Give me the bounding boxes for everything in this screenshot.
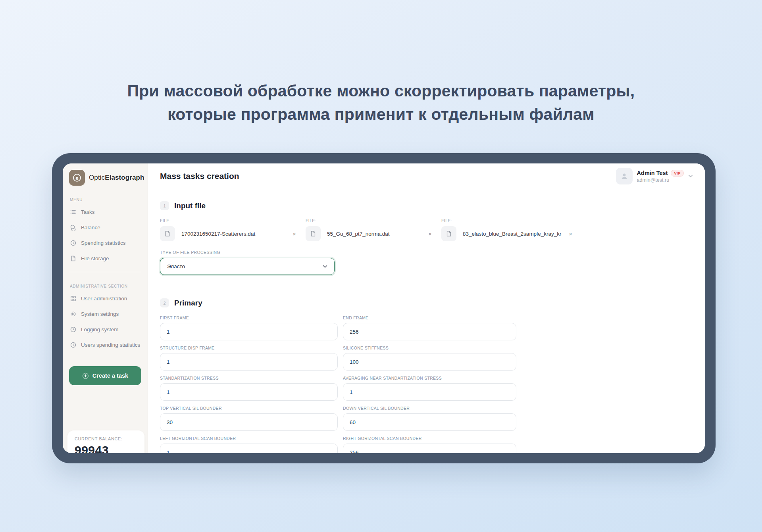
field-label: STANDARTIZATION STRESS: [160, 376, 338, 380]
primary-fields-grid: FIRST FRAME END FRAME STRUCTURE DISP FRA…: [160, 315, 660, 453]
field-label: SILICONE STIFFNESS: [343, 346, 516, 350]
user-name: Admin Test: [637, 170, 668, 176]
processing-type-select[interactable]: Эласто: [160, 258, 335, 275]
field-label: TOP VERTICAL SIL BOUNDER: [160, 406, 338, 411]
left-gorizontal-scan-bounder-input[interactable]: [160, 444, 338, 453]
clock-icon: [70, 326, 77, 333]
primary-section-header: 2 Primary: [160, 298, 660, 307]
main-area: Mass tasks creation Admin Test VIP: [148, 163, 705, 453]
field-structure-disp-frame: STRUCTURE DISP FRAME: [160, 346, 338, 371]
sidebar-item-label: Users spending statistics: [81, 342, 140, 348]
history-icon: [70, 342, 77, 348]
field-first-frame: FIRST FRAME: [160, 315, 338, 340]
structure-disp-frame-input[interactable]: [160, 353, 338, 371]
field-top-vertical-sil-bounder: TOP VERTICAL SIL BOUNDER: [160, 406, 338, 431]
silicone-stiffness-input[interactable]: [343, 353, 516, 371]
users-grid-icon: [70, 295, 77, 302]
field-left-gorizontal-scan-bounder: LEFT GORIZONTAL SCAN BOUNDER: [160, 436, 338, 453]
page-canvas: При массовой обработке можно скорректиро…: [0, 0, 762, 532]
current-balance-card: CURRENT BALANCE: 99943: [67, 430, 144, 453]
app-window: e OpticElastograph MENU Tasks: [63, 163, 705, 453]
plus-circle-icon: [82, 373, 89, 379]
file-column: FILE: 55_Gu_68_pt7_norma.dat ×: [306, 218, 433, 241]
current-balance-value: 99943: [75, 444, 137, 453]
remove-file-button[interactable]: ×: [292, 230, 297, 237]
sidebar-item-label: Tasks: [81, 209, 95, 215]
field-end-frame: END FRAME: [343, 315, 516, 340]
main-header: Mass tasks creation Admin Test VIP: [148, 163, 705, 189]
document-icon: [160, 226, 175, 241]
sidebar-item-label: Balance: [81, 225, 100, 230]
section-number-badge: 2: [160, 298, 169, 307]
file-chip: 55_Gu_68_pt7_norma.dat ×: [306, 226, 433, 241]
field-label: AVERAGING NEAR STANDARTIZATION STRESS: [343, 376, 516, 380]
file-chip: 1700231650217-Scatterers.dat ×: [160, 226, 297, 241]
sidebar-divider: [69, 272, 141, 272]
input-file-section-title: Input file: [174, 202, 206, 210]
sidebar-item-label: System settings: [81, 311, 119, 317]
processing-type-label: TYPE OF FILE PROCESSING: [160, 250, 660, 255]
sidebar-item-label: Spending statistics: [81, 240, 126, 246]
sidebar-item-spending-statistics[interactable]: Spending statistics: [68, 235, 142, 251]
right-gorizontal-scan-bounder-input[interactable]: [343, 444, 516, 453]
menu-section-label: MENU: [70, 198, 140, 202]
sidebar-item-logging-system[interactable]: Logging system: [68, 322, 142, 337]
file-column: FILE: 1700231650217-Scatterers.dat ×: [160, 218, 297, 241]
user-email: admin@test.ru: [637, 177, 684, 183]
brand-logo-icon: e: [69, 170, 85, 186]
balance-icon: [70, 224, 77, 231]
tasks-icon: [70, 209, 77, 215]
hero-line-2: которые программа применит к отдельным ф…: [0, 103, 762, 126]
field-right-gorizontal-scan-bounder: RIGHT GORIZONTAL SCAN BOUNDER: [343, 436, 516, 453]
hero-heading: При массовой обработке можно скорректиро…: [0, 79, 762, 126]
field-down-vertical-sil-bounder: DOWN VERTICAL SIL BOUNDER: [343, 406, 516, 431]
first-frame-input[interactable]: [160, 323, 338, 340]
primary-section-title: Primary: [174, 299, 202, 307]
sidebar-item-label: File storage: [81, 255, 109, 261]
sidebar-item-user-administration[interactable]: User administration: [68, 291, 142, 306]
field-label: FIRST FRAME: [160, 315, 338, 320]
sidebar: e OpticElastograph MENU Tasks: [63, 163, 148, 453]
section-number-badge: 1: [160, 201, 169, 210]
avatar: [616, 168, 633, 184]
processing-type-field: TYPE OF FILE PROCESSING Эласто: [160, 250, 660, 275]
file-name: 55_Gu_68_pt7_norma.dat: [327, 231, 421, 237]
page-title: Mass tasks creation: [160, 171, 239, 181]
current-balance-label: CURRENT BALANCE:: [75, 436, 137, 441]
document-icon: [306, 226, 321, 241]
file-icon: [70, 255, 77, 262]
field-label: DOWN VERTICAL SIL BOUNDER: [343, 406, 516, 411]
user-info: Admin Test VIP admin@test.ru: [637, 170, 684, 183]
sidebar-item-label: Logging system: [81, 326, 119, 332]
field-silicone-stiffness: SILICONE STIFFNESS: [343, 346, 516, 371]
sidebar-item-balance[interactable]: Balance: [68, 220, 142, 235]
averaging-near-standartization-stress-input[interactable]: [343, 383, 516, 401]
brand-logo: e OpticElastograph: [69, 170, 141, 186]
end-frame-input[interactable]: [343, 323, 516, 340]
file-label: FILE:: [306, 218, 433, 223]
file-column: FILE: 83_elasto_blue_Breast_2sample_kray…: [441, 218, 573, 241]
create-task-button[interactable]: Create a task: [69, 366, 141, 385]
brand-name: OpticElastograph: [89, 174, 144, 182]
sidebar-item-file-storage[interactable]: File storage: [68, 251, 142, 266]
top-vertical-sil-bounder-input[interactable]: [160, 413, 338, 431]
sidebar-item-users-spending-statistics[interactable]: Users spending statistics: [68, 337, 142, 353]
vip-badge: VIP: [671, 170, 684, 177]
file-chip: 83_elasto_blue_Breast_2sample_kray_kray_…: [441, 226, 573, 241]
field-averaging-near-standartization-stress: AVERAGING NEAR STANDARTIZATION STRESS: [343, 376, 516, 401]
field-label: RIGHT GORIZONTAL SCAN BOUNDER: [343, 436, 516, 441]
chevron-down-icon: [323, 265, 327, 268]
sidebar-item-tasks[interactable]: Tasks: [68, 204, 142, 220]
app-window-frame: e OpticElastograph MENU Tasks: [52, 153, 716, 463]
file-label: FILE:: [160, 218, 297, 223]
files-row: FILE: 1700231650217-Scatterers.dat × FIL…: [160, 218, 660, 241]
remove-file-button[interactable]: ×: [427, 230, 433, 237]
remove-file-button[interactable]: ×: [568, 230, 573, 237]
user-menu[interactable]: Admin Test VIP admin@test.ru: [616, 168, 693, 184]
standartization-stress-input[interactable]: [160, 383, 338, 401]
down-vertical-sil-bounder-input[interactable]: [343, 413, 516, 431]
brand-name-bold: Elastograph: [105, 174, 144, 181]
main-content: 1 Input file FILE: 1700231650217-Scatter…: [148, 189, 705, 453]
sidebar-item-system-settings[interactable]: System settings: [68, 306, 142, 322]
create-task-label: Create a task: [92, 373, 128, 379]
